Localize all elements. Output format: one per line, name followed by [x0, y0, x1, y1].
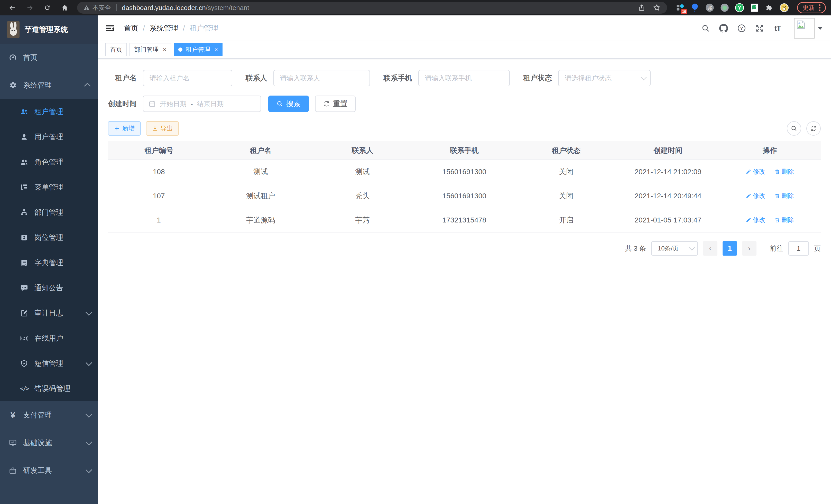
mobile-label: 联系手机 [383, 73, 412, 83]
extension-balloon-icon[interactable] [690, 3, 699, 12]
not-secure-warning[interactable]: 不安全 [83, 4, 111, 12]
reset-button[interactable]: 重置 [315, 95, 355, 112]
tab-home[interactable]: 首页 [105, 43, 127, 56]
delete-label: 删除 [782, 168, 794, 176]
cell-tenant-id: 107 [108, 184, 210, 208]
search-icon [277, 100, 283, 107]
chrome-update-button[interactable]: 更新 [797, 2, 826, 13]
extension-yuque-icon[interactable]: Y [735, 3, 744, 12]
sidebar-item-label: 租户管理 [34, 107, 63, 117]
tenant-name-input[interactable] [143, 70, 232, 86]
code-icon: </> [20, 385, 28, 393]
fullscreen-icon[interactable] [755, 24, 764, 33]
sidebar-item-notice[interactable]: 通知公告 [0, 275, 98, 301]
logo[interactable]: 芋道管理系统 [0, 16, 98, 44]
edit-link[interactable]: 修改 [746, 216, 765, 224]
forward-icon[interactable] [23, 2, 37, 14]
calendar-icon [148, 100, 156, 108]
col-contact: 联系人 [312, 141, 413, 160]
add-button[interactable]: 新增 [108, 121, 141, 136]
sidebar-item-tenant[interactable]: 租户管理 [0, 99, 98, 124]
next-page-button[interactable]: › [742, 241, 756, 256]
shield-check-icon [20, 359, 28, 367]
contact-input[interactable] [274, 70, 370, 86]
edit-link[interactable]: 修改 [746, 168, 765, 176]
delete-link[interactable]: 删除 [774, 168, 794, 176]
search-button[interactable]: 搜索 [268, 95, 309, 112]
help-icon[interactable]: ? [737, 24, 746, 33]
show-search-toggle-button[interactable] [787, 121, 801, 136]
cell-actions: 修改 删除 [719, 208, 821, 232]
extensions-puzzle-icon[interactable] [765, 3, 774, 12]
sidebar-item-menu[interactable]: 菜单管理 [0, 175, 98, 200]
sidebar-item-dict[interactable]: 字典管理 [0, 250, 98, 275]
sidebar-item-label: 通知公告 [34, 283, 63, 293]
sidebar-item-label: 错误码管理 [34, 384, 70, 393]
sidebar-item-online-users[interactable]: 在线用户 [0, 326, 98, 351]
user-icon [20, 133, 28, 141]
users-icon [20, 158, 28, 166]
sidebar-item-payment[interactable]: ¥ 支付管理 [0, 401, 98, 429]
user-avatar-menu[interactable] [794, 18, 823, 38]
edit-link[interactable]: 修改 [746, 191, 765, 200]
sidebar-item-user[interactable]: 用户管理 [0, 124, 98, 149]
extension-grid-icon[interactable]: 10 [675, 3, 685, 12]
export-button[interactable]: 导出 [146, 121, 179, 136]
breadcrumb-system[interactable]: 系统管理 [149, 23, 178, 33]
sidebar-item-system[interactable]: 系统管理 [0, 71, 98, 99]
goto-page-input[interactable] [789, 241, 809, 256]
delete-link[interactable]: 删除 [774, 191, 794, 200]
delete-link[interactable]: 删除 [774, 216, 794, 224]
chevron-down-icon [86, 309, 92, 316]
close-icon[interactable]: × [163, 46, 167, 53]
close-icon[interactable]: × [214, 46, 218, 53]
sidebar-item-error-code[interactable]: </> 错误码管理 [0, 376, 98, 401]
download-icon [152, 126, 158, 131]
reload-icon[interactable] [40, 2, 55, 14]
address-bar[interactable]: 不安全 dashboard.yudao.iocoder.cn/system/te… [77, 2, 667, 13]
mobile-input[interactable] [418, 70, 510, 86]
home-icon[interactable] [58, 2, 72, 14]
sidebar-item-post[interactable]: 岗位管理 [0, 225, 98, 250]
extension-record-icon[interactable] [720, 3, 729, 12]
sidebar-item-label: 研发工具 [23, 466, 52, 475]
chevron-down-icon [86, 467, 92, 473]
browser-toolbar: 不安全 dashboard.yudao.iocoder.cn/system/te… [0, 0, 831, 16]
svg-text:?: ? [740, 26, 743, 31]
extension-flag-icon[interactable] [750, 3, 759, 12]
sidebar-item-home[interactable]: 首页 [0, 44, 98, 71]
github-icon[interactable] [719, 24, 728, 33]
page-size-select[interactable]: 10条/页 [651, 241, 698, 256]
cell-tenant-id: 1 [108, 208, 210, 232]
tags-view-bar: 首页 部门管理 × 租户管理 × [98, 41, 831, 59]
sidebar-item-sms[interactable]: 短信管理 [0, 351, 98, 376]
tab-tenant-active[interactable]: 租户管理 × [174, 43, 223, 56]
sidebar-item-role[interactable]: 角色管理 [0, 149, 98, 175]
sidebar-item-audit-log[interactable]: 审计日志 [0, 301, 98, 326]
cell-status: 关闭 [515, 184, 617, 208]
create-time-range-picker[interactable]: 开始日期 - 结束日期 [143, 95, 261, 112]
browser-menu-icon[interactable] [819, 4, 821, 11]
sidebar-collapse-button[interactable] [105, 23, 115, 33]
tab-dept[interactable]: 部门管理 × [130, 43, 171, 56]
breadcrumb-home[interactable]: 首页 [124, 23, 138, 33]
extension-command-icon[interactable]: ⌘ [705, 3, 714, 12]
tab-label: 部门管理 [134, 46, 159, 54]
font-size-icon[interactable]: tT [773, 24, 782, 33]
back-icon[interactable] [5, 2, 20, 14]
status-select[interactable]: 请选择租户状态 [558, 70, 651, 86]
sidebar-item-infrastructure[interactable]: 基础设施 [0, 429, 98, 457]
header-search-icon[interactable] [701, 24, 710, 33]
share-icon[interactable] [638, 4, 646, 11]
refresh-table-button[interactable] [806, 121, 821, 136]
prev-page-button[interactable]: ‹ [703, 241, 717, 256]
sidebar-item-label: 菜单管理 [34, 182, 63, 192]
sidebar-item-dev-tools[interactable]: 研发工具 [0, 457, 98, 484]
export-button-label: 导出 [160, 124, 173, 132]
sidebar-item-dept[interactable]: 部门管理 [0, 200, 98, 225]
profile-avatar-icon[interactable] [780, 3, 789, 12]
tree-list-icon [20, 183, 28, 191]
page-1-button[interactable]: 1 [722, 241, 737, 256]
sidebar-item-label: 角色管理 [34, 157, 63, 167]
bookmark-star-icon[interactable] [653, 4, 661, 12]
